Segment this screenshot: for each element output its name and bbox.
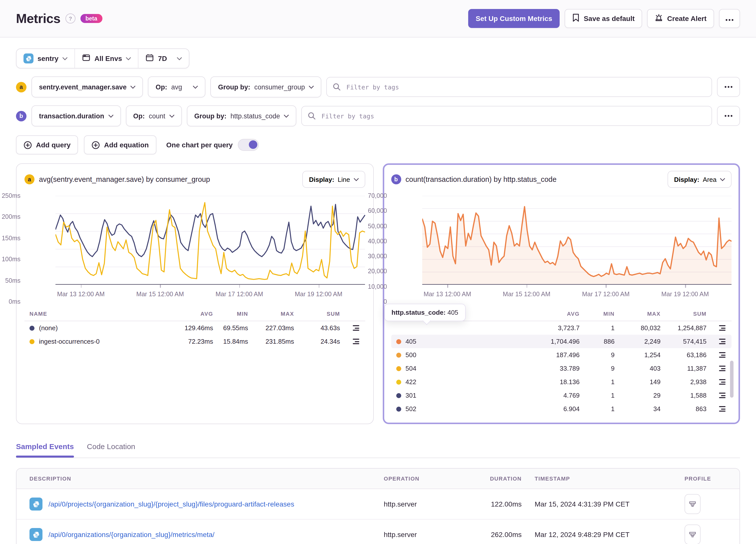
series-menu-icon[interactable]: [718, 391, 727, 400]
x-axis-ticks: [55, 285, 365, 288]
area-chart-b[interactable]: 010,00020,00030,00040,00050,00060,00070,…: [391, 196, 732, 302]
line-chart-a[interactable]: 0ms50ms100ms150ms200ms250ms Mar 13 12:00…: [24, 196, 365, 302]
save-as-default-label: Save as default: [584, 14, 635, 22]
profile-button[interactable]: [685, 525, 701, 544]
display-value-b: Area: [703, 176, 717, 183]
chevron-down-icon: [126, 57, 131, 60]
project-selector-label: sentry: [37, 54, 58, 62]
display-value-a: Line: [338, 176, 350, 183]
chevron-down-icon: [284, 114, 289, 118]
environment-selector-label: All Envs: [94, 54, 122, 62]
metric-select-a[interactable]: sentry.event_manager.save: [31, 76, 143, 97]
op-select-b[interactable]: Op: count: [126, 105, 182, 126]
chevron-down-icon: [720, 178, 725, 181]
date-range-selector[interactable]: 7D: [138, 49, 189, 68]
series-menu-icon[interactable]: [718, 364, 727, 373]
series-menu-icon[interactable]: [352, 337, 360, 346]
create-alert-label: Create Alert: [667, 14, 707, 22]
help-icon[interactable]: ?: [65, 13, 75, 23]
event-operation: http.server: [384, 500, 468, 508]
ellipsis-icon: [725, 115, 733, 117]
series-menu-icon[interactable]: [718, 405, 727, 413]
op-label: Op:: [133, 112, 145, 120]
page-title: Metrics: [16, 11, 60, 26]
groupby-select-b[interactable]: Group by: http.status_code: [187, 105, 297, 126]
profiling-icon: [689, 500, 697, 508]
series-row[interactable]: ingest-occurrences-0 72.23ms15.84ms231.8…: [24, 335, 365, 348]
series-row[interactable]: 500187.49691,25463,186: [391, 348, 732, 362]
display-label: Display:: [309, 176, 334, 183]
groupby-select-a[interactable]: Group by: consumer_group: [211, 76, 322, 97]
series-row[interactable]: 5026.904134863: [391, 402, 732, 416]
chart-title-a: avg(sentry.event_manager.save) by consum…: [39, 175, 210, 183]
tab-code-location[interactable]: Code Location: [87, 442, 135, 458]
series-row[interactable]: 3,723.7180,0321,254,887: [391, 321, 732, 335]
series-row[interactable]: 4051,704.4968862,249574,415: [391, 335, 732, 348]
series-row[interactable]: (none) 129.46ms69.55ms227.03ms43.63s: [24, 321, 365, 335]
ellipsis-icon: [725, 86, 733, 88]
series-dot: [396, 406, 401, 411]
series-menu-icon[interactable]: [718, 324, 727, 332]
beta-badge: beta: [80, 14, 102, 23]
series-row[interactable]: 50433.789940311,387: [391, 362, 732, 375]
series-row[interactable]: 42218.13611492,938: [391, 375, 732, 389]
sampled-events-table: DESCRIPTION OPERATION DURATION TIMESTAMP…: [16, 468, 740, 544]
create-alert-button[interactable]: Create Alert: [647, 9, 714, 28]
series-name: ingest-occurrences-0: [39, 338, 100, 345]
chevron-down-icon: [169, 114, 174, 118]
event-description-link[interactable]: /api/0/projects/{organization_slug}/{pro…: [48, 500, 294, 508]
chevron-down-icon: [62, 57, 67, 60]
series-menu-icon[interactable]: [718, 351, 727, 359]
add-equation-button[interactable]: Add equation: [84, 135, 156, 154]
chevron-down-icon: [354, 178, 359, 181]
page-filter-bar: sentry All Envs 7D: [16, 48, 189, 68]
add-query-label: Add query: [36, 141, 70, 149]
tooltip-value: 405: [447, 309, 458, 316]
tag-filter-a: [326, 77, 712, 97]
table-scrollbar[interactable]: [730, 361, 734, 398]
display-label: Display:: [674, 176, 699, 183]
metric-select-b[interactable]: transaction.duration: [31, 105, 121, 126]
save-as-default-button[interactable]: Save as default: [565, 9, 642, 28]
series-name: 500: [405, 351, 416, 359]
event-row: /api/0/organizations/{organization_slug}…: [16, 519, 740, 544]
project-selector[interactable]: sentry: [16, 49, 74, 68]
series-menu-icon[interactable]: [718, 337, 727, 346]
event-row: /api/0/projects/{organization_slug}/{pro…: [16, 489, 740, 519]
series-menu-icon[interactable]: [352, 324, 360, 332]
query-more-button-a[interactable]: [717, 77, 740, 97]
setup-custom-metrics-button[interactable]: Set Up Custom Metrics: [468, 9, 560, 28]
tab-sampled-events[interactable]: Sampled Events: [16, 442, 74, 458]
python-project-icon: [23, 53, 33, 63]
x-axis-ticks: [422, 285, 732, 288]
series-name: 502: [405, 405, 416, 413]
event-operation: http.server: [384, 531, 468, 539]
add-query-button[interactable]: Add query: [16, 135, 78, 154]
chevron-down-icon: [131, 85, 136, 89]
series-dot: [29, 325, 34, 330]
profile-button[interactable]: [685, 494, 701, 514]
query-row-b: b transaction.duration Op: count Group b…: [16, 105, 740, 126]
calendar-icon: [146, 53, 154, 63]
environment-selector[interactable]: All Envs: [74, 49, 138, 68]
bookmark-icon: [572, 13, 580, 23]
display-select-a[interactable]: Display: Line: [303, 171, 365, 188]
chart-title-b: count(transaction.duration) by http.stat…: [405, 175, 557, 183]
query-badge-a: a: [16, 82, 26, 92]
event-description-link[interactable]: /api/0/organizations/{organization_slug}…: [48, 531, 215, 539]
charts-row: a avg(sentry.event_manager.save) by cons…: [16, 163, 740, 424]
page-header: Metrics ? beta Set Up Custom Metrics Sav…: [0, 0, 756, 37]
one-chart-per-query-toggle[interactable]: [238, 139, 259, 151]
series-menu-icon[interactable]: [718, 378, 727, 386]
header-more-button[interactable]: [719, 9, 740, 28]
series-row[interactable]: 3014.7691291,588: [391, 389, 732, 402]
query-more-button-b[interactable]: [717, 106, 740, 126]
series-summary-table-a: NAMEAVGMINMAXSUM (none) 129.46ms69.55ms2…: [24, 309, 365, 348]
display-select-b[interactable]: Display: Area: [668, 171, 732, 188]
tag-filter-input-b[interactable]: [321, 112, 706, 120]
environment-icon: [82, 53, 90, 63]
op-select-a[interactable]: Op: avg: [148, 76, 206, 97]
series-summary-table-b: http.status_code: 405 NAMEAVGMINMAXSUM 3…: [391, 309, 732, 416]
tag-filter-input-a[interactable]: [345, 83, 706, 91]
tooltip-label: http.status_code:: [391, 309, 446, 316]
